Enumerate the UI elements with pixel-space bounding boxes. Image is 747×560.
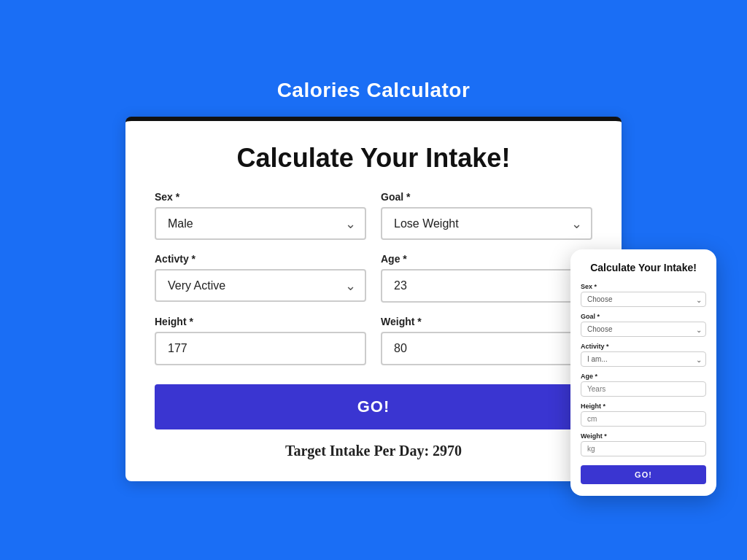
activity-select-wrapper: Sedentary Lightly Active Moderately Acti…: [155, 269, 366, 302]
height-group: Height *: [155, 316, 366, 365]
sex-select-wrapper: Male Female ⌄: [155, 207, 366, 240]
mobile-height-group: Height *: [581, 402, 706, 427]
activity-age-row: Activty * Sedentary Lightly Active Moder…: [155, 253, 592, 303]
card-title: Calculate Your Intake!: [155, 143, 592, 174]
age-group: Age *: [381, 253, 592, 303]
mobile-go-button[interactable]: GO!: [581, 465, 706, 484]
goal-select[interactable]: Lose Weight Maintain Weight Gain Weight: [381, 207, 592, 240]
mobile-goal-group: Goal * Choose Lose Weight Maintain Weigh…: [581, 313, 706, 337]
mobile-activity-wrapper: I am... Sedentary Lightly Active Very Ac…: [581, 351, 706, 367]
mobile-sex-group: Sex * Choose Male Female ⌄: [581, 283, 706, 307]
activity-select[interactable]: Sedentary Lightly Active Moderately Acti…: [155, 269, 366, 302]
mobile-age-group: Age *: [581, 373, 706, 397]
mobile-activity-select[interactable]: I am... Sedentary Lightly Active Very Ac…: [581, 351, 706, 367]
mobile-weight-group: Weight *: [581, 432, 706, 456]
mobile-sex-label: Sex *: [581, 283, 706, 290]
height-input[interactable]: [155, 332, 366, 365]
mobile-age-input[interactable]: [581, 381, 706, 397]
mobile-activity-label: Activity *: [581, 343, 706, 350]
age-input[interactable]: [381, 269, 592, 303]
weight-input[interactable]: [381, 332, 592, 365]
goal-group: Goal * Lose Weight Maintain Weight Gain …: [381, 191, 592, 240]
sex-goal-row: Sex * Male Female ⌄ Goal * Lose Weight M…: [155, 191, 592, 240]
age-label: Age *: [381, 253, 592, 265]
mobile-height-input[interactable]: [581, 411, 706, 427]
mobile-activity-group: Activity * I am... Sedentary Lightly Act…: [581, 343, 706, 367]
mobile-height-label: Height *: [581, 402, 706, 410]
sex-label: Sex *: [155, 191, 366, 203]
weight-group: Weight *: [381, 316, 592, 365]
mobile-card-title: Calculate Your Intake!: [581, 261, 706, 274]
target-intake-text: Target Intake Per Day: 2970: [155, 443, 592, 459]
mobile-goal-label: Goal *: [581, 313, 706, 320]
mobile-goal-select[interactable]: Choose Lose Weight Maintain Weight Gain …: [581, 322, 706, 337]
weight-label: Weight *: [381, 316, 592, 327]
mobile-sex-select[interactable]: Choose Male Female: [581, 292, 706, 307]
page-title: Calories Calculator: [277, 79, 471, 102]
goal-select-wrapper: Lose Weight Maintain Weight Gain Weight …: [381, 207, 592, 240]
mobile-age-label: Age *: [581, 373, 706, 380]
go-button[interactable]: GO!: [155, 384, 592, 429]
mobile-card: Calculate Your Intake! Sex * Choose Male…: [570, 249, 716, 496]
height-label: Height *: [155, 316, 366, 327]
activity-group: Activty * Sedentary Lightly Active Moder…: [155, 253, 366, 303]
main-card: Calculate Your Intake! Sex * Male Female…: [125, 117, 622, 481]
height-weight-row: Height * Weight *: [155, 316, 592, 365]
sex-select[interactable]: Male Female: [155, 207, 366, 240]
mobile-weight-input[interactable]: [581, 441, 706, 456]
mobile-goal-wrapper: Choose Lose Weight Maintain Weight Gain …: [581, 322, 706, 337]
activity-label: Activty *: [155, 253, 366, 265]
mobile-sex-wrapper: Choose Male Female ⌄: [581, 292, 706, 307]
goal-label: Goal *: [381, 191, 592, 203]
mobile-weight-label: Weight *: [581, 432, 706, 440]
sex-group: Sex * Male Female ⌄: [155, 191, 366, 240]
